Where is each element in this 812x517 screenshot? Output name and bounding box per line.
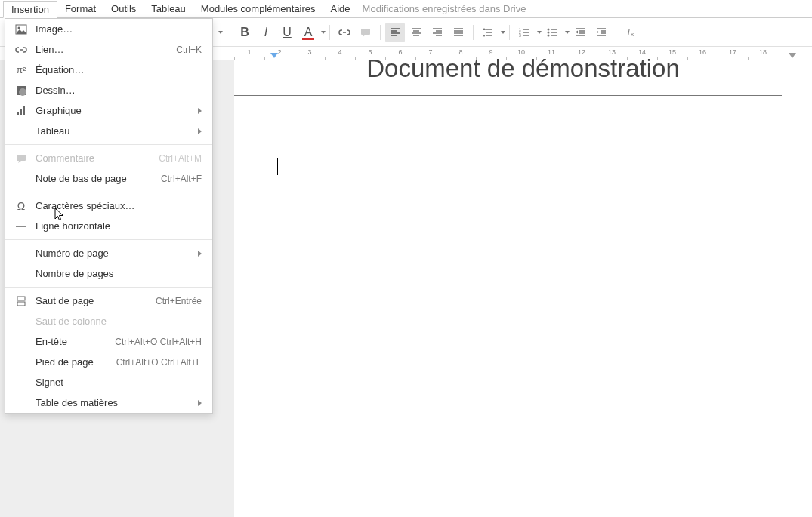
align-justify-button[interactable] <box>449 23 468 42</box>
separator <box>329 25 330 40</box>
svg-point-12 <box>19 88 26 96</box>
text-color-button[interactable]: A <box>298 23 318 42</box>
menu-item-caracteres-speciaux[interactable]: Ω Caractères spéciaux… <box>5 195 212 216</box>
separator <box>509 25 510 40</box>
menu-item-image[interactable]: Image… <box>5 19 212 39</box>
decrease-indent-button[interactable] <box>570 23 590 42</box>
blank-icon <box>14 355 28 369</box>
blank-icon <box>14 376 28 389</box>
link-button[interactable] <box>335 23 354 42</box>
svg-text:3: 3 <box>519 33 521 38</box>
svg-rect-16 <box>17 155 26 161</box>
menu-outils[interactable]: Outils <box>103 1 144 17</box>
align-right-button[interactable] <box>428 23 447 42</box>
page-break-icon <box>14 294 28 308</box>
comment-button[interactable] <box>356 23 375 42</box>
dropdown-arrow-icon[interactable] <box>537 31 542 34</box>
svg-rect-15 <box>23 106 25 115</box>
menu-insertion[interactable]: Insertion <box>3 1 57 18</box>
separator <box>380 25 381 40</box>
menu-item-equation[interactable]: π² Équation… <box>5 60 212 80</box>
dropdown-arrow-icon[interactable] <box>565 31 570 34</box>
comment-icon <box>14 152 28 165</box>
link-icon <box>14 43 28 57</box>
dropdown-arrow-icon[interactable] <box>321 31 326 34</box>
horizontal-line-icon <box>14 220 28 233</box>
menu-item-graphique[interactable]: Graphique <box>5 100 212 121</box>
align-center-button[interactable] <box>406 23 426 42</box>
svg-rect-19 <box>17 302 25 306</box>
blank-icon <box>14 335 28 349</box>
blank-icon <box>14 125 28 138</box>
menubar: Insertion Format Outils Tableau Modules … <box>0 0 812 18</box>
submenu-arrow-icon <box>198 251 202 257</box>
image-icon <box>14 23 28 36</box>
menu-tableau[interactable]: Tableau <box>144 1 193 17</box>
menu-item-ligne-horizontale[interactable]: Ligne horizontale <box>5 216 212 236</box>
drawing-icon <box>14 84 28 97</box>
equation-icon: π² <box>14 63 28 77</box>
menu-separator <box>5 192 212 192</box>
document-title: Document de démonstration <box>234 54 812 83</box>
menu-separator <box>5 239 212 240</box>
numbered-list-button[interactable]: 123 <box>514 23 534 42</box>
align-left-button[interactable] <box>385 23 405 42</box>
menu-item-numero-page[interactable]: Numéro de page <box>5 243 212 263</box>
menu-item-signet[interactable]: Signet <box>5 372 212 392</box>
menu-item-tableau[interactable]: Tableau <box>5 121 212 141</box>
submenu-arrow-icon <box>198 400 202 406</box>
blank-icon <box>14 396 28 410</box>
svg-point-10 <box>18 26 20 29</box>
svg-rect-18 <box>17 297 25 300</box>
italic-button[interactable]: I <box>256 23 276 42</box>
menu-item-saut-page[interactable]: Saut de page Ctrl+Entrée <box>5 291 212 311</box>
clear-formatting-button[interactable]: Tx <box>621 23 641 42</box>
blank-icon <box>14 172 28 186</box>
svg-rect-13 <box>17 112 19 115</box>
menu-aide[interactable]: Aide <box>323 1 358 17</box>
menu-item-lien[interactable]: Lien… Ctrl+K <box>5 39 212 60</box>
increase-indent-button[interactable] <box>591 23 611 42</box>
menu-separator <box>5 144 212 145</box>
menu-item-note-bas[interactable]: Note de bas de page Ctrl+Alt+F <box>5 168 212 189</box>
menu-item-saut-colonne: Saut de colonne <box>5 311 212 331</box>
text-cursor <box>277 158 278 175</box>
document-page[interactable]: Document de démonstration <box>234 60 812 517</box>
menu-separator <box>5 287 212 288</box>
bold-button[interactable]: B <box>235 23 255 42</box>
separator <box>616 25 616 40</box>
line-spacing-button[interactable] <box>478 23 498 42</box>
menu-item-dessin[interactable]: Dessin… <box>5 80 212 100</box>
menu-item-commentaire: Commentaire Ctrl+Alt+M <box>5 148 212 168</box>
title-underline <box>234 95 782 96</box>
menu-item-table-matieres[interactable]: Table des matières <box>5 392 212 413</box>
omega-icon: Ω <box>14 199 28 213</box>
svg-point-4 <box>548 28 550 30</box>
submenu-arrow-icon <box>198 128 202 134</box>
chart-icon <box>14 104 28 118</box>
svg-point-6 <box>548 34 550 36</box>
blank-icon <box>14 247 28 260</box>
svg-rect-14 <box>20 109 22 115</box>
insertion-dropdown: Image… Lien… Ctrl+K π² Équation… Dessin…… <box>5 18 213 414</box>
save-status: Modifications enregistrées dans Drive <box>363 3 526 14</box>
svg-point-5 <box>548 31 550 33</box>
separator <box>230 25 230 40</box>
menu-format[interactable]: Format <box>57 1 103 17</box>
blank-icon <box>14 267 28 281</box>
svg-rect-0 <box>361 29 370 35</box>
menu-item-pied-page[interactable]: Pied de page Ctrl+Alt+O Ctrl+Alt+F <box>5 352 212 372</box>
menu-item-nombre-pages[interactable]: Nombre de pages <box>5 263 212 284</box>
bulleted-list-button[interactable] <box>542 23 562 42</box>
blank-icon <box>14 315 28 328</box>
font-size-dropdown[interactable] <box>213 23 226 42</box>
menu-modules[interactable]: Modules complémentaires <box>193 1 323 17</box>
underline-button[interactable]: U <box>277 23 297 42</box>
submenu-arrow-icon <box>198 108 202 114</box>
svg-text:x: x <box>631 31 634 38</box>
separator <box>473 25 474 40</box>
dropdown-arrow-icon[interactable] <box>501 31 505 34</box>
menu-item-entete[interactable]: En-tête Ctrl+Alt+O Ctrl+Alt+H <box>5 331 212 352</box>
